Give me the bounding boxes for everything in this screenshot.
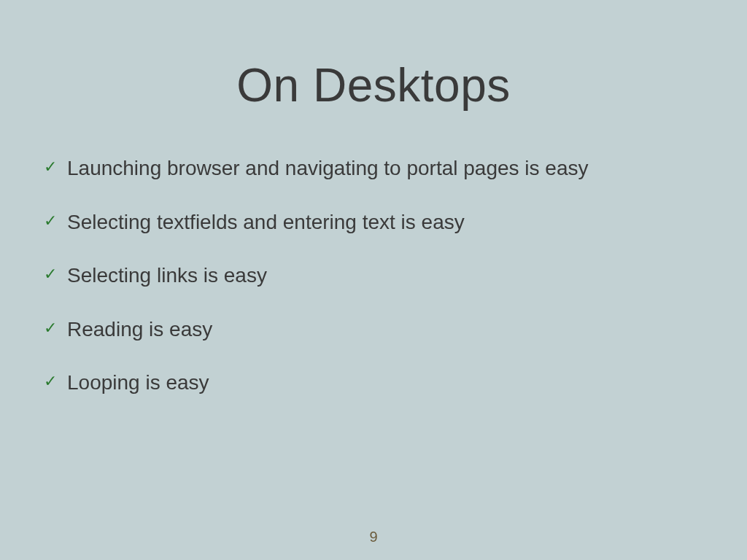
check-icon: ✓	[44, 317, 57, 340]
check-icon: ✓	[44, 156, 57, 179]
bullet-text: Looping is easy	[67, 370, 209, 395]
slide-title: On Desktops	[0, 58, 747, 112]
check-icon: ✓	[44, 370, 57, 393]
list-item: ✓ Selecting links is easy	[44, 263, 703, 288]
bullet-text: Reading is easy	[67, 317, 212, 342]
bullet-list: ✓ Launching browser and navigating to po…	[0, 156, 747, 395]
page-number: 9	[369, 529, 377, 545]
list-item: ✓ Reading is easy	[44, 317, 703, 342]
bullet-text: Selecting links is easy	[67, 263, 267, 288]
bullet-text: Selecting textfields and entering text i…	[67, 210, 465, 235]
check-icon: ✓	[44, 263, 57, 286]
list-item: ✓ Selecting textfields and entering text…	[44, 210, 703, 235]
list-item: ✓ Launching browser and navigating to po…	[44, 156, 703, 181]
list-item: ✓ Looping is easy	[44, 370, 703, 395]
check-icon: ✓	[44, 210, 57, 233]
bullet-text: Launching browser and navigating to port…	[67, 156, 588, 181]
slide: On Desktops ✓ Launching browser and navi…	[0, 0, 747, 560]
